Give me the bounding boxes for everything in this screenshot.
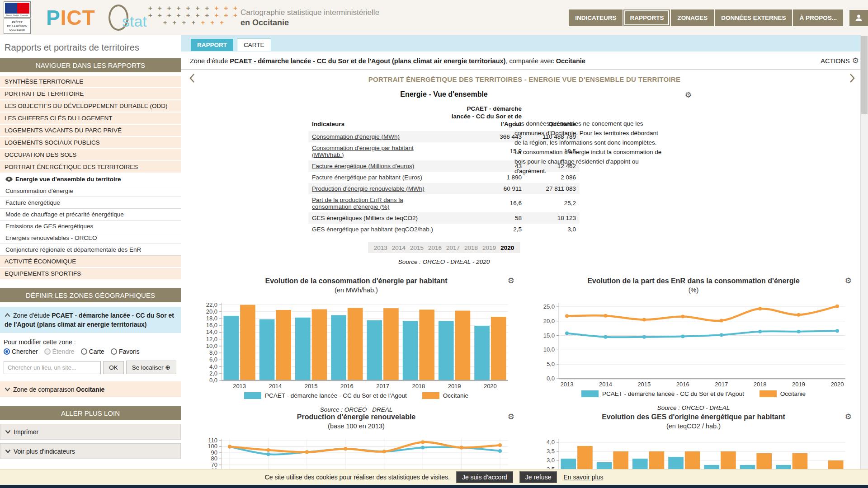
point-2020-s1[interactable] (835, 304, 839, 308)
user-account-button[interactable] (849, 10, 868, 26)
point-2016-s1[interactable] (681, 314, 684, 318)
indicator-link[interactable]: Consommation d'énergie par habitant (MWh… (312, 145, 414, 158)
bar-2014-s1[interactable] (276, 310, 291, 380)
bar-2016-s0[interactable] (331, 315, 346, 380)
point-2016-s1[interactable] (344, 447, 347, 450)
radio-carte[interactable]: Carte (81, 348, 104, 355)
point-2018-s0[interactable] (758, 329, 762, 333)
previous-page-arrow[interactable] (189, 73, 195, 84)
bar-2018-s1[interactable] (419, 310, 434, 380)
cookie-accept-button[interactable]: Je suis d'accord (456, 471, 513, 483)
point-2013-s0[interactable] (565, 331, 569, 335)
sidebar-report-occupation-des-sols[interactable]: OCCUPATION DES SOLS (0, 149, 181, 160)
localiser-button[interactable]: Se localiser ⊕ (126, 361, 176, 374)
cookie-refuse-button[interactable]: Je refuse (519, 471, 557, 483)
bar-2017-s0[interactable] (367, 320, 382, 380)
search-ok-button[interactable]: OK (103, 361, 124, 374)
scrollbar-thumb[interactable] (861, 36, 868, 114)
point-2020-s0[interactable] (498, 449, 502, 453)
nav-item-indicateurs[interactable]: INDICATEURS (569, 9, 623, 26)
bar-2018-s0[interactable] (403, 321, 418, 380)
point-2013-s1[interactable] (228, 445, 231, 448)
sidebar-subreport-energie-vue-d-ensemble-du-territoire[interactable]: Energie vue d'ensemble du territoire (0, 174, 181, 185)
sidebar-subreport-emissions-de-ges-nerg-tiques[interactable]: Emissions de GES énergétiques (0, 221, 181, 232)
bar-2013-s1[interactable] (240, 305, 255, 380)
radio-favoris[interactable]: Favoris (111, 348, 140, 355)
point-2018-s1[interactable] (421, 440, 425, 444)
point-2014-s0[interactable] (604, 335, 607, 338)
bar-2015-s1[interactable] (312, 309, 327, 380)
nav-item-rapports[interactable]: RAPPORTS (623, 9, 670, 26)
indicator-link[interactable]: Facture énergétique par habitant (Euros) (312, 174, 422, 181)
sidebar-report-logements-sociaux-publics[interactable]: LOGEMENTS SOCIAUX PUBLICS (0, 137, 181, 148)
chart-settings-gear-icon[interactable]: ⚙ (845, 277, 852, 285)
indicator-link[interactable]: Consommation d'énergie (MWh) (312, 133, 400, 140)
sidebar-subreport-facture-nerg-tique[interactable]: Facture énergétique (0, 197, 181, 209)
sidebar-subreport-energies-renouvelables-orceo[interactable]: Energies renouvelables - ORCEO (0, 232, 181, 244)
expander-imprimer[interactable]: Imprimer (0, 424, 181, 440)
tab-rapport[interactable]: RAPPORT (191, 39, 233, 51)
search-input[interactable] (4, 361, 101, 374)
pictostat-logo[interactable]: PICT stat + + + + + + + + + ++ + + + + +… (46, 2, 182, 33)
year-2016[interactable]: 2016 (428, 244, 442, 251)
point-2015-s0[interactable] (642, 335, 646, 338)
sidebar-subreport-conjoncture-r-gionale-et-d-partementale-des-enr[interactable]: Conjoncture régionale et départementale … (0, 244, 181, 256)
point-2015-s1[interactable] (642, 318, 646, 321)
point-2018-s1[interactable] (758, 307, 762, 310)
sidebar-report-portrait-de-territoire[interactable]: PORTRAIT DE TERRITOIRE (0, 88, 181, 99)
point-2017-s0[interactable] (720, 333, 723, 337)
indicator-link[interactable]: GES énergétique par habitant (teqCO2/hab… (312, 226, 433, 233)
point-2020-s1[interactable] (498, 443, 502, 447)
year-2020[interactable]: 2020 (500, 244, 514, 251)
radio-chercher[interactable]: Chercher (4, 348, 38, 355)
chart-settings-gear-icon[interactable]: ⚙ (845, 413, 852, 421)
year-2013[interactable]: 2013 (374, 244, 387, 251)
year-2017[interactable]: 2017 (446, 244, 460, 251)
year-2018[interactable]: 2018 (464, 244, 478, 251)
zone-etude-box[interactable]: Zone d'étude PCAET - démarche lancée - C… (0, 307, 181, 333)
next-page-arrow[interactable] (849, 73, 855, 84)
bar-2020-s0[interactable] (474, 326, 490, 380)
tab-carte[interactable]: CARTE (237, 38, 271, 51)
bar-2014-s0[interactable] (259, 319, 275, 380)
point-2013-s1[interactable] (565, 314, 569, 318)
bar-2013-s0[interactable] (224, 316, 239, 380)
zone-etude-link[interactable]: PCAET - démarche lancée - CC du Sor et d… (230, 57, 505, 65)
bar-2019-s1[interactable] (455, 310, 471, 380)
sidebar-report-portrait-nerg-tique-des-territoires[interactable]: PORTRAIT ÉNERGÉTIQUE DES TERRITOIRES (0, 161, 181, 173)
chart-settings-gear-icon[interactable]: ⚙ (508, 277, 514, 285)
point-2014-s1[interactable] (266, 448, 270, 452)
expander-voir-plus-indicateurs[interactable]: Voir plus d'indicateurs (0, 443, 181, 459)
chart-settings-gear-icon[interactable]: ⚙ (508, 413, 514, 421)
indicator-link[interactable]: Part de la production EnR dans la consom… (312, 197, 403, 210)
point-2015-s1[interactable] (305, 450, 309, 454)
nav-item-propos[interactable]: À PROPOS... (793, 9, 843, 26)
nav-item-donn-es-externes[interactable]: DONNÉES EXTERNES (715, 9, 792, 26)
point-2016-s0[interactable] (681, 334, 684, 338)
cookie-more-link[interactable]: En savoir plus (563, 474, 603, 481)
sidebar-report-equipements-sportifs[interactable]: EQUIPEMENTS SPORTIFS (0, 268, 181, 279)
point-2020-s0[interactable] (835, 329, 839, 333)
bar-2020-s1[interactable] (491, 317, 506, 380)
nav-item-zonages[interactable]: ZONAGES (671, 9, 714, 26)
sidebar-report-synth-se-territoriale[interactable]: SYNTHÈSE TERRITORIALE (0, 76, 181, 87)
bar-2016-s1[interactable] (348, 308, 363, 380)
indicator-link[interactable]: Facture énergétique (Millions d'euros) (312, 163, 414, 169)
point-2018-s0[interactable] (421, 446, 425, 449)
bar-2015-s0[interactable] (295, 317, 311, 380)
bar-2019-s0[interactable] (439, 321, 454, 380)
indicator-link[interactable]: Production d'énergie renouvelable (MWh) (312, 185, 425, 192)
point-2019-s0[interactable] (797, 329, 801, 333)
point-2014-s1[interactable] (604, 314, 607, 317)
sidebar-report-activit-conomique[interactable]: ACTIVITÉ ÉCONOMIQUE (0, 256, 181, 267)
bar-2017-s1[interactable] (383, 308, 399, 380)
point-2017-s1[interactable] (382, 450, 386, 453)
vertical-scrollbar[interactable] (860, 35, 868, 488)
sidebar-subreport-consommation-d-nergie[interactable]: Consommation d'énergie (0, 185, 181, 197)
year-2014[interactable]: 2014 (392, 244, 406, 251)
point-2017-s1[interactable] (720, 319, 723, 322)
year-2019[interactable]: 2019 (482, 244, 496, 251)
zone-comparaison-box[interactable]: Zone de comparaison Occitanie (0, 381, 181, 397)
sidebar-report-les-objectifs-du-d-veloppement-durable-odd[interactable]: LES OBJECTIFS DU DÉVELOPPEMENT DURABLE (… (0, 100, 181, 112)
point-2019-s1[interactable] (797, 313, 801, 316)
